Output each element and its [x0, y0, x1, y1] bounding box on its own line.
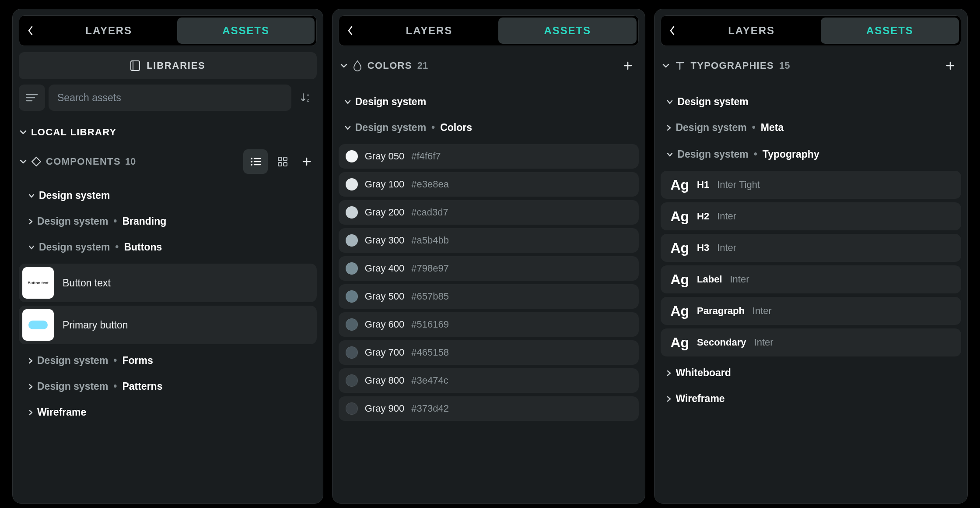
tree-name: Patterns: [122, 381, 162, 392]
tab-assets[interactable]: ASSETS: [821, 18, 959, 44]
search-input[interactable]: [49, 85, 291, 111]
typography-item[interactable]: AgLabelInter: [661, 265, 961, 293]
typography-name: Label: [697, 274, 722, 285]
filter-button[interactable]: [19, 85, 45, 111]
components-section-header[interactable]: COMPONENTS 10: [19, 145, 317, 178]
color-hex: #516169: [411, 319, 449, 330]
tree-name: Buttons: [124, 241, 162, 253]
type-icon: [675, 60, 685, 71]
typography-item[interactable]: AgH1Inter Tight: [661, 171, 961, 199]
color-item[interactable]: Gray 300#a5b4bb: [339, 228, 639, 253]
color-item[interactable]: Gray 500#657b85: [339, 284, 639, 309]
add-typography-button[interactable]: [941, 56, 959, 75]
color-item[interactable]: Gray 050#f4f6f7: [339, 144, 639, 169]
color-name: Gray 800: [365, 375, 405, 386]
tree-prefix: Design system: [39, 241, 110, 253]
typography-font: Inter Tight: [717, 179, 760, 190]
typography-item[interactable]: AgParagraphInter: [661, 297, 961, 325]
chevron-down-icon: [340, 63, 347, 68]
component-name: Button text: [63, 277, 111, 289]
add-component-button[interactable]: [298, 152, 316, 171]
colors-group-design-system[interactable]: Design system: [339, 90, 639, 114]
bullet-icon: •: [753, 148, 758, 160]
typography-preview: Ag: [670, 272, 689, 286]
typography-name: H3: [697, 242, 709, 254]
tree-design-system[interactable]: Design system: [19, 183, 317, 208]
grid-view-button[interactable]: [270, 149, 295, 174]
grid-icon: [277, 156, 288, 167]
libraries-label: LIBRARIES: [147, 60, 205, 71]
tab-layers[interactable]: LAYERS: [360, 18, 498, 44]
typographies-group-design-system[interactable]: Design system: [661, 90, 961, 114]
tab-assets[interactable]: ASSETS: [177, 18, 314, 44]
chevron-right-icon: [667, 370, 671, 376]
chevron-down-icon: [662, 63, 669, 68]
color-swatch: [346, 206, 358, 219]
panel-tabs-bar: LAYERS ASSETS: [339, 15, 639, 46]
tree-patterns[interactable]: Design system • Patterns: [19, 374, 317, 399]
sort-button[interactable]: A Z: [295, 85, 317, 111]
tree-branding[interactable]: Design system • Branding: [19, 208, 317, 234]
tree-forms[interactable]: Design system • Forms: [19, 348, 317, 374]
back-button[interactable]: [663, 20, 682, 42]
typographies-section-header[interactable]: TYPOGRAPHIES 15: [661, 52, 961, 82]
tree-prefix: Design system: [37, 381, 108, 392]
tree-name: Branding: [122, 215, 166, 227]
local-library-header[interactable]: LOCAL LIBRARY: [19, 123, 317, 145]
svg-rect-13: [278, 157, 282, 161]
chevron-right-icon: [28, 358, 33, 364]
color-item[interactable]: Gray 100#e3e8ea: [339, 172, 639, 197]
typography-item[interactable]: AgH2Inter: [661, 202, 961, 230]
colors-subgroup[interactable]: Design system • Colors: [339, 114, 639, 141]
component-item[interactable]: Button textButton text: [19, 264, 317, 302]
typography-item[interactable]: AgSecondaryInter: [661, 328, 961, 356]
component-icon: [31, 156, 42, 167]
color-name: Gray 300: [365, 235, 405, 246]
add-color-button[interactable]: [619, 56, 637, 75]
typographies-typography-group[interactable]: Design system • Typography: [661, 141, 961, 167]
colors-count: 21: [417, 60, 428, 71]
typography-font: Inter: [717, 211, 736, 222]
color-item[interactable]: Gray 900#373d42: [339, 396, 639, 421]
color-swatch: [346, 150, 358, 162]
color-item[interactable]: Gray 600#516169: [339, 312, 639, 337]
local-library-label: LOCAL LIBRARY: [31, 127, 117, 138]
svg-point-7: [251, 158, 252, 159]
color-swatch: [346, 290, 358, 303]
bullet-icon: •: [112, 355, 118, 367]
svg-rect-6: [32, 157, 41, 166]
tab-assets[interactable]: ASSETS: [498, 18, 637, 44]
bullet-icon: •: [112, 215, 118, 227]
back-button[interactable]: [21, 20, 40, 42]
color-name: Gray 500: [365, 291, 405, 302]
color-item[interactable]: Gray 700#465158: [339, 340, 639, 365]
color-item[interactable]: Gray 200#cad3d7: [339, 200, 639, 225]
colors-section-header[interactable]: COLORS 21: [339, 52, 639, 82]
list-view-button[interactable]: [243, 149, 268, 174]
tab-layers[interactable]: LAYERS: [682, 18, 820, 44]
typographies-whiteboard[interactable]: Whiteboard: [661, 360, 961, 386]
colors-label: COLORS: [368, 60, 412, 71]
typography-item[interactable]: AgH3Inter: [661, 234, 961, 262]
tab-layers[interactable]: LAYERS: [40, 18, 177, 44]
typographies-wireframe[interactable]: Wireframe: [661, 386, 961, 412]
svg-rect-15: [278, 162, 282, 166]
assets-panel-typographies: LAYERS ASSETS TYPOGRAPHIES 15 Design sys…: [654, 9, 968, 504]
chevron-down-icon: [345, 100, 351, 104]
chevron-down-icon: [28, 194, 35, 198]
tree-buttons[interactable]: Design system • Buttons: [19, 234, 317, 260]
component-item[interactable]: Primary button: [19, 306, 317, 344]
tree-wireframe[interactable]: Wireframe: [19, 399, 317, 425]
color-swatch: [346, 402, 358, 415]
chevron-right-icon: [28, 384, 33, 390]
typographies-meta[interactable]: Design system • Meta: [661, 114, 961, 141]
component-name: Primary button: [63, 319, 128, 331]
back-button[interactable]: [341, 20, 360, 42]
plus-icon: [946, 61, 955, 70]
color-item[interactable]: Gray 800#3e474c: [339, 368, 639, 393]
chevron-left-icon: [669, 26, 676, 35]
color-swatch: [346, 318, 358, 331]
color-hex: #798e97: [411, 263, 449, 274]
libraries-button[interactable]: LIBRARIES: [19, 52, 317, 79]
color-item[interactable]: Gray 400#798e97: [339, 256, 639, 281]
